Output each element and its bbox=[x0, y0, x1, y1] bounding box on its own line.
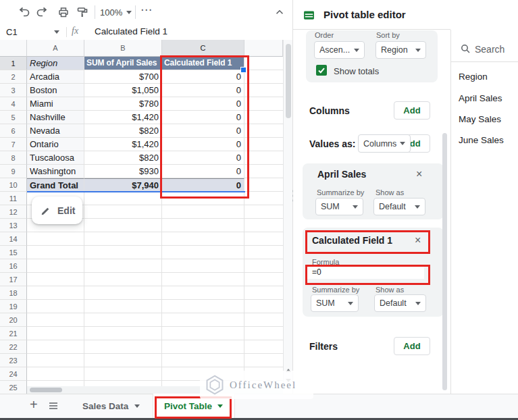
undo-button[interactable] bbox=[18, 5, 31, 19]
close-icon[interactable]: × bbox=[415, 235, 421, 246]
summarize-by-dropdown[interactable]: SUM bbox=[311, 294, 359, 312]
column-header-A[interactable]: A bbox=[27, 40, 84, 57]
selection-fill-handle[interactable] bbox=[240, 67, 247, 73]
columns-add-button[interactable]: Add bbox=[394, 101, 430, 120]
field-item-june-sales[interactable]: June Sales bbox=[459, 135, 504, 145]
row-header-20[interactable]: 20 bbox=[0, 313, 27, 327]
formula-input[interactable]: Calculated Field 1 bbox=[95, 26, 167, 36]
print-button[interactable] bbox=[57, 5, 70, 19]
cell-C6[interactable]: 0 bbox=[162, 124, 244, 138]
cell-A3[interactable]: Boston bbox=[27, 84, 84, 97]
row-header-24[interactable]: 24 bbox=[0, 367, 27, 381]
redo-button[interactable] bbox=[35, 5, 49, 19]
cell-C3[interactable]: 0 bbox=[162, 84, 244, 97]
column-header-partial[interactable] bbox=[244, 40, 283, 57]
horizontal-scrollbar[interactable] bbox=[27, 386, 283, 394]
cell-A4[interactable]: Miami bbox=[27, 97, 84, 111]
filters-add-button[interactable]: Add bbox=[394, 337, 430, 355]
cell-B3[interactable]: $1,050 bbox=[84, 84, 162, 97]
collapse-toolbar-button[interactable] bbox=[273, 5, 286, 19]
cell-C5[interactable]: 0 bbox=[162, 111, 244, 124]
cell-B5[interactable]: $1,420 bbox=[84, 111, 162, 124]
tab-pivot-table-content[interactable]: Pivot Table bbox=[164, 401, 223, 411]
cell-B10[interactable]: $7,940 bbox=[84, 178, 162, 192]
name-box[interactable]: C1 bbox=[0, 24, 66, 39]
cell-B9[interactable]: $930 bbox=[84, 165, 162, 178]
panel-scrollbar[interactable] bbox=[442, 133, 447, 390]
add-sheet-button[interactable]: + bbox=[30, 397, 38, 413]
row-header-5[interactable]: 5 bbox=[0, 111, 27, 124]
more-options-button[interactable]: ⋯ bbox=[140, 3, 153, 17]
cell-A7[interactable]: Ontario bbox=[27, 138, 84, 151]
cell-B6[interactable]: $820 bbox=[84, 124, 162, 138]
cell-C2[interactable]: 0 bbox=[162, 70, 244, 84]
values-as-dropdown[interactable]: Columns bbox=[358, 134, 411, 153]
cell-A6[interactable]: Nevada bbox=[27, 124, 84, 138]
row-header-22[interactable]: 22 bbox=[0, 340, 27, 354]
field-item-may-sales[interactable]: May Sales bbox=[459, 114, 501, 124]
cell-A5[interactable]: Nashville bbox=[27, 111, 84, 124]
order-dropdown[interactable]: Ascen... bbox=[314, 41, 365, 59]
tab-sales-data[interactable]: Sales Data bbox=[82, 401, 140, 411]
sortby-dropdown[interactable]: Region bbox=[375, 41, 426, 59]
cell-C9[interactable]: 0 bbox=[162, 165, 244, 178]
vertical-scrollbar[interactable] bbox=[283, 40, 292, 386]
cell-A1[interactable]: Region bbox=[27, 57, 84, 70]
row-header-3[interactable]: 3 bbox=[0, 84, 27, 97]
row-header-21[interactable]: 21 bbox=[0, 327, 27, 340]
row-header-7[interactable]: 7 bbox=[0, 138, 27, 151]
cell-C1[interactable]: Calculated Field 1 bbox=[162, 57, 244, 70]
field-item-region[interactable]: Region bbox=[459, 72, 488, 82]
row-header-12[interactable]: 12 bbox=[0, 205, 27, 219]
cell-C8[interactable]: 0 bbox=[162, 151, 244, 165]
row-header-10[interactable]: 10 bbox=[0, 178, 27, 192]
cell-C4[interactable]: 0 bbox=[162, 97, 244, 111]
field-item-april-sales[interactable]: April Sales bbox=[459, 93, 502, 103]
cell-B4[interactable]: $780 bbox=[84, 97, 162, 111]
row-header-18[interactable]: 18 bbox=[0, 286, 27, 300]
row-header-2[interactable]: 2 bbox=[0, 70, 27, 84]
column-header-B[interactable]: B bbox=[84, 40, 162, 57]
scrollbar-thumb[interactable] bbox=[30, 388, 62, 392]
row-header-6[interactable]: 6 bbox=[0, 124, 27, 138]
summarize-by-dropdown[interactable]: SUM bbox=[315, 198, 363, 215]
column-header-C[interactable]: C bbox=[162, 40, 244, 57]
show-totals-checkbox[interactable] bbox=[316, 65, 327, 76]
row-header-25[interactable]: 25 bbox=[0, 381, 27, 394]
row-header-8[interactable]: 8 bbox=[0, 151, 27, 165]
paint-format-button[interactable] bbox=[76, 5, 89, 19]
scroll-up-arrow[interactable] bbox=[286, 367, 291, 373]
cell-B8[interactable]: $820 bbox=[84, 151, 162, 165]
row-header-11[interactable]: 11 bbox=[0, 192, 27, 205]
row-header-14[interactable]: 14 bbox=[0, 232, 27, 246]
cell-A2[interactable]: Arcadia bbox=[27, 70, 84, 84]
value-card-title: Calculated Field 1 bbox=[312, 235, 392, 246]
close-icon[interactable]: × bbox=[416, 169, 422, 180]
cell-B7[interactable]: $1,420 bbox=[84, 138, 162, 151]
show-as-dropdown[interactable]: Default bbox=[374, 294, 426, 312]
row-header-9[interactable]: 9 bbox=[0, 165, 27, 178]
cell-A8[interactable]: Tuscaloosa bbox=[27, 151, 84, 165]
row-header-17[interactable]: 17 bbox=[0, 273, 27, 286]
cell-C7[interactable]: 0 bbox=[162, 138, 244, 151]
cell-B1[interactable]: SUM of April Sales bbox=[84, 57, 162, 70]
show-as-dropdown[interactable]: Default bbox=[373, 198, 425, 215]
cell-B2[interactable]: $700 bbox=[84, 70, 162, 84]
cell-C10[interactable]: 0 bbox=[162, 178, 244, 192]
row-header-13[interactable]: 13 bbox=[0, 219, 27, 232]
cell-A10[interactable]: Grand Total bbox=[27, 178, 84, 192]
row-header-15[interactable]: 15 bbox=[0, 246, 27, 259]
cell-A9[interactable]: Washington bbox=[27, 165, 84, 178]
row-header-23[interactable]: 23 bbox=[0, 354, 27, 367]
row-header-1[interactable]: 1 bbox=[0, 57, 27, 70]
row-header-4[interactable]: 4 bbox=[0, 97, 27, 111]
all-sheets-button[interactable] bbox=[48, 400, 59, 414]
edit-pivot-button[interactable]: Edit bbox=[32, 196, 82, 224]
row-header-19[interactable]: 19 bbox=[0, 300, 27, 313]
select-all-corner[interactable] bbox=[0, 40, 27, 57]
calculated-field-formula-input[interactable]: =0 bbox=[307, 267, 424, 279]
scrollbar-thumb[interactable] bbox=[286, 44, 291, 118]
zoom-control[interactable]: 100% bbox=[100, 5, 132, 20]
row-header-16[interactable]: 16 bbox=[0, 259, 27, 273]
scroll-down-arrow[interactable] bbox=[286, 377, 291, 383]
